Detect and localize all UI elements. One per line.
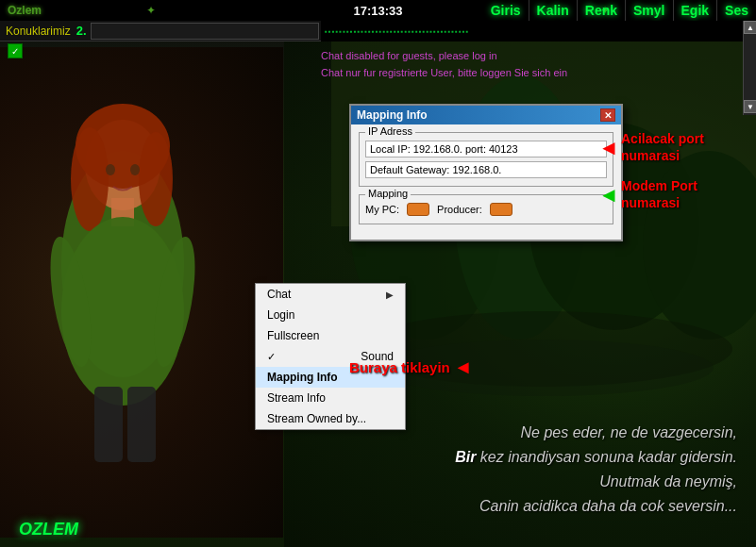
svg-rect-20 [127,387,156,462]
user-count: 2. [76,24,91,38]
svg-point-22 [130,164,140,175]
mapping-group: Mapping My PC: Producer: [359,194,613,224]
producer-label: Producer: [437,204,482,215]
svg-point-14 [139,132,173,226]
menu-smyl[interactable]: Smyl [626,0,673,21]
local-ip-field[interactable]: Local IP: 192.168.0. port: 40123 [365,141,607,157]
modem-annotation: Modem Port numarasi ◄ [621,177,697,211]
ip-group-label: IP Adress [365,125,415,137]
scroll-down-button[interactable]: ▼ [744,100,756,113]
clock-display: 17:13:33 [353,4,402,18]
bottom-line4: Canin acidikca daha da cok seversin... [455,494,737,519]
woman-figure [19,75,227,472]
sound-check-indicator: ✓ [8,43,23,58]
menu-ses[interactable]: Ses [717,0,756,21]
gateway-field[interactable]: Default Gateway: 192.168.0. [365,161,607,178]
bottom-line2-bold: Bir [455,449,476,465]
second-bar: Konuklarimiz 2. [0,21,321,41]
bottom-line2-rest: kez inandiysan sonuna kadar gidersin. [476,449,737,465]
buraya-arrow-icon: ◄ [454,356,473,378]
menu-egik[interactable]: Egik [674,0,718,21]
context-menu-chat-arrow: ▶ [386,290,394,300]
dialog-title: Mapping Info [357,108,428,122]
context-menu-stream-owned-label: Stream Owned by... [267,412,366,425]
chat-disabled-area: Chat disabled for guests, please log in … [321,47,742,81]
scroll-up-button[interactable]: ▲ [744,21,756,34]
scrollbar[interactable]: ▲ ▼ [743,21,756,115]
sound-checkmark: ✓ [267,351,276,363]
buraya-annotation: Buraya tiklayin ◄ [349,356,473,378]
gateway-label: Default Gateway: 192.168.0. [370,164,501,175]
bottom-line2: Bir kez inandiysan sonuna kadar gidersin… [455,445,737,470]
context-menu-chat[interactable]: Chat ▶ [256,284,405,305]
dialog-close-button[interactable]: ✕ [600,108,615,122]
context-menu-mapping-info-label: Mapping Info [267,371,338,384]
dialog-titlebar: Mapping Info ✕ [351,106,621,124]
menu-bar: Giris Kalin Renk Smyl Egik Ses [483,0,756,21]
buraya-text: Buraya tiklayin [349,359,450,375]
konuk-label: Konuklarimiz [0,25,76,38]
bottom-text-area: Ne pes eder, ne de vazgecersin, Bir kez … [455,421,737,519]
local-ip-label: Local IP: 192.168.0. [370,143,462,155]
context-menu-stream-owned[interactable]: Stream Owned by... [256,408,405,429]
port-annotation-text: Acilacak port numarasi [621,130,704,164]
svg-point-21 [106,164,115,175]
app-logo: Ozlem [0,4,49,17]
chat-disabled-line1: Chat disabled for guests, please log in [321,47,742,64]
modem-arrow-icon: ◄ [598,183,619,207]
port-annotation: Acilacak port numarasi ◄ [621,130,704,164]
dialog-body: IP Adress Local IP: 192.168.0. port: 401… [351,124,621,240]
context-menu-fullscreen-label: Fullscreen [267,329,319,342]
svg-rect-19 [94,387,123,462]
port-arrow-icon: ◄ [598,136,619,160]
context-menu-stream-info-label: Stream Info [267,391,326,405]
chat-input[interactable] [91,23,319,40]
context-menu-stream-info[interactable]: Stream Info [256,388,405,408]
producer-button[interactable] [490,203,512,216]
menu-kalin[interactable]: Kalin [529,0,578,21]
port-value: port: 40123 [465,143,518,155]
context-menu-login-label: Login [267,308,294,322]
chat-disabled-line2: Chat nur fur registrierte User, bitte lo… [321,64,742,81]
mapping-info-dialog: Mapping Info ✕ IP Adress Local IP: 192.1… [349,104,623,241]
context-menu-fullscreen[interactable]: Fullscreen [256,325,405,346]
bottom-line3: Unutmak da neymiş, [455,470,737,494]
context-menu-chat-label: Chat [267,288,291,301]
wave-indicator: ▪▪▪▪▪▪▪▪▪▪▪▪▪▪▪▪▪▪▪▪▪▪▪▪▪▪▪▪▪▪▪▪▪▪▪▪▪▪▪▪ [321,27,473,36]
bottom-line1: Ne pes eder, ne de vazgecersin, [455,421,737,445]
bottom-logo: OZLEM [19,520,78,539]
modem-annotation-text: Modem Port numarasi [621,177,697,211]
menu-renk[interactable]: Renk [578,0,626,21]
ip-address-group: IP Adress Local IP: 192.168.0. port: 401… [359,132,613,187]
mypc-label: My PC: [365,204,399,215]
svg-point-13 [71,127,109,231]
menu-giris[interactable]: Giris [483,0,529,21]
mypc-button[interactable] [407,203,429,216]
wave-area: ▪▪▪▪▪▪▪▪▪▪▪▪▪▪▪▪▪▪▪▪▪▪▪▪▪▪▪▪▪▪▪▪▪▪▪▪▪▪▪▪ [321,21,756,41]
context-menu-login[interactable]: Login [256,305,405,325]
star-left-icon: ✦ [146,4,156,17]
mapping-group-label: Mapping [365,188,411,199]
mapping-row: My PC: Producer: [365,199,607,220]
